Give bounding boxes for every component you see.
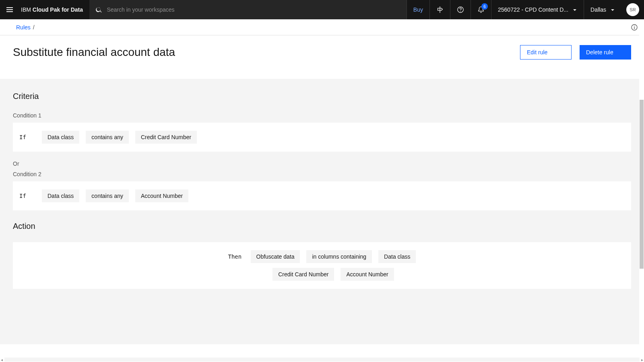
info-icon bbox=[631, 24, 638, 31]
search-wrap[interactable] bbox=[89, 0, 407, 19]
svg-rect-2 bbox=[6, 11, 13, 12]
pill: contains any bbox=[86, 189, 129, 202]
signpost-icon bbox=[436, 6, 444, 13]
svg-rect-6 bbox=[634, 27, 634, 29]
edit-rule-button[interactable]: Edit rule bbox=[520, 45, 572, 60]
action-box: Then Obfuscate data in columns containin… bbox=[13, 242, 631, 289]
svg-point-7 bbox=[634, 25, 635, 26]
pill: Credit Card Number bbox=[135, 131, 197, 144]
pill: Credit Card Number bbox=[272, 268, 334, 281]
horizontal-scrollbar[interactable]: ◂ ▸ bbox=[0, 357, 644, 362]
notifications-button[interactable]: 6 bbox=[471, 0, 491, 19]
notification-badge: 6 bbox=[481, 3, 488, 10]
breadcrumb-separator: / bbox=[33, 24, 35, 31]
brand-name: Cloud Pak for Data bbox=[33, 6, 83, 13]
chevron-down-icon bbox=[610, 7, 615, 12]
pill: Account Number bbox=[135, 189, 188, 202]
search-input[interactable] bbox=[107, 6, 400, 13]
condition-1-box: If Data class contains any Credit Card N… bbox=[13, 123, 631, 152]
content-area: Criteria Condition 1 If Data class conta… bbox=[0, 79, 644, 344]
region-switcher[interactable]: Dallas bbox=[584, 0, 621, 19]
breadcrumb-root-link[interactable]: Rules bbox=[16, 24, 31, 31]
action-heading: Action bbox=[13, 222, 631, 231]
criteria-heading: Criteria bbox=[13, 92, 631, 101]
then-prefix: Then bbox=[228, 253, 244, 260]
account-label: 2560722 - CPD Content D... bbox=[498, 6, 568, 13]
search-icon bbox=[96, 6, 102, 13]
info-button[interactable] bbox=[631, 24, 638, 31]
breadcrumb: Rules / bbox=[0, 19, 644, 35]
title-actions: Edit rule Delete rule bbox=[520, 45, 631, 60]
page-title: Substitute financial account data bbox=[13, 46, 175, 59]
scroll-right-icon: ▸ bbox=[641, 358, 643, 362]
pill: Data class bbox=[42, 189, 79, 202]
avatar: SR bbox=[626, 3, 639, 16]
chevron-down-icon bbox=[572, 7, 577, 12]
header-right: Buy 6 2560722 - CPD Content D... Dallas … bbox=[407, 0, 644, 19]
pill: contains any bbox=[86, 131, 129, 144]
svg-point-4 bbox=[460, 11, 461, 12]
top-bar: IBM Cloud Pak for Data Buy 6 2560722 - C… bbox=[0, 0, 644, 19]
svg-rect-1 bbox=[6, 9, 13, 10]
condition-2-label: Condition 2 bbox=[13, 171, 631, 177]
hamburger-icon bbox=[6, 6, 14, 14]
pill: Account Number bbox=[341, 268, 394, 281]
or-label: Or bbox=[13, 160, 631, 167]
buy-link[interactable]: Buy bbox=[407, 0, 429, 19]
scroll-thumb[interactable] bbox=[640, 100, 644, 269]
vertical-scrollbar[interactable] bbox=[639, 19, 644, 357]
account-switcher[interactable]: 2560722 - CPD Content D... bbox=[491, 0, 584, 19]
region-label: Dallas bbox=[590, 6, 606, 13]
buy-label: Buy bbox=[413, 6, 423, 13]
action-row-1: Then Obfuscate data in columns containin… bbox=[228, 250, 416, 263]
title-row: Substitute financial account data Edit r… bbox=[0, 35, 644, 79]
help-icon bbox=[457, 6, 464, 13]
delete-rule-button[interactable]: Delete rule bbox=[580, 45, 631, 60]
pill: Data class bbox=[378, 250, 416, 263]
brand-prefix: IBM bbox=[21, 6, 31, 13]
pill: Data class bbox=[42, 131, 79, 144]
brand-label: IBM Cloud Pak for Data bbox=[19, 6, 89, 13]
scroll-left-icon: ◂ bbox=[1, 358, 3, 362]
pill: in columns containing bbox=[306, 250, 372, 263]
signpost-button[interactable] bbox=[429, 0, 450, 19]
if-prefix: If bbox=[19, 193, 35, 199]
action-row-2: Then Credit Card Number Account Number bbox=[250, 268, 394, 281]
hamburger-menu-button[interactable] bbox=[0, 0, 19, 19]
condition-1-label: Condition 1 bbox=[13, 112, 631, 119]
avatar-wrap[interactable]: SR bbox=[621, 0, 644, 19]
if-prefix: If bbox=[19, 134, 35, 140]
pill: Obfuscate data bbox=[251, 250, 300, 263]
help-button[interactable] bbox=[450, 0, 471, 19]
condition-2-box: If Data class contains any Account Numbe… bbox=[13, 181, 631, 210]
svg-rect-0 bbox=[6, 7, 13, 8]
horizontal-scroll-track[interactable] bbox=[4, 358, 640, 362]
